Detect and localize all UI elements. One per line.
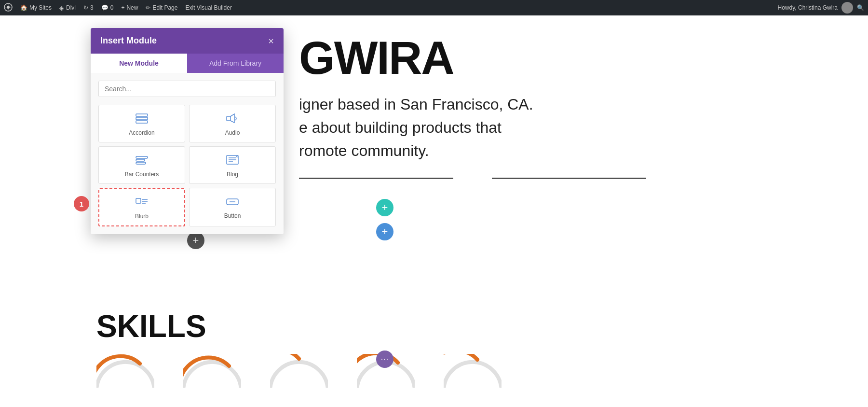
button-icon [226,196,239,209]
skill-chart-1 [96,354,154,388]
edit-icon: ✏ [146,4,150,11]
search-icon[interactable]: 🔍 [857,4,864,11]
hero-line1: igner based in San Francisco, CA. [299,96,533,113]
add-module-blue-button[interactable]: + [376,223,393,240]
skill-chart-2 [183,354,241,388]
my-sites-menu[interactable]: 🏠 My Sites [20,4,52,11]
plus-icon: + [382,225,388,238]
skills-title: SKILLS [96,309,772,344]
admin-bar-right: Howdy, Christina Gwira 🔍 [778,2,864,14]
new-label: New [126,4,138,11]
wordpress-icon [4,3,13,13]
module-item-blurb[interactable]: Blurb [98,188,185,226]
comments-icon: 💬 [101,4,108,11]
skill-chart-5 [444,354,502,388]
dialog-close-button[interactable]: × [268,36,274,46]
edit-page-label: Edit Page [152,4,177,11]
modules-grid: Accordion Audio [98,105,276,226]
divi-menu[interactable]: ◈ Divi [59,4,76,12]
updates-count: 3 [90,4,94,11]
divider-left [299,178,453,179]
svg-point-1 [7,6,10,9]
user-avatar[interactable] [841,2,853,14]
add-module-dark-button[interactable]: + [187,232,204,249]
svg-rect-7 [136,159,145,161]
hero-subtitle: igner based in San Francisco, CA. e abou… [299,93,772,162]
svg-rect-2 [136,114,148,116]
bar-counters-label: Bar Counters [125,171,159,178]
blog-label: Blog [227,171,238,178]
wordpress-logo[interactable] [4,3,13,13]
site-title: GWIRA [299,35,772,81]
updates-icon: ↻ [83,4,88,11]
dialog-title: Insert Module [100,36,157,46]
hero-line3: romote community. [299,142,429,159]
divi-icon: ◈ [59,4,64,12]
accordion-icon [135,113,149,126]
plus-icon: + [193,234,199,247]
dialog-header: Insert Module × [91,28,284,54]
exit-visual-builder-button[interactable]: Exit Visual Builder [185,4,232,11]
ellipsis-icon: ··· [381,355,389,364]
divider-right [492,178,646,179]
admin-bar: 🏠 My Sites ◈ Divi ↻ 3 💬 0 + New ✏ Edit P… [0,0,868,15]
add-module-teal-button[interactable]: + [376,199,393,216]
bar-counters-icon [135,154,149,167]
audio-icon [226,113,239,126]
svg-rect-8 [136,162,146,164]
svg-rect-4 [136,121,148,123]
my-sites-label: My Sites [29,4,52,11]
skills-section: SKILLS [0,289,868,407]
house-icon: 🏠 [20,4,27,11]
hero-line2: e about building products that [299,119,502,136]
comments-menu[interactable]: 💬 0 [101,4,114,11]
svg-rect-6 [136,156,148,158]
module-item-audio[interactable]: Audio [189,105,276,142]
new-menu[interactable]: + New [121,4,138,11]
insert-module-dialog: Insert Module × New Module Add From Libr… [91,28,284,234]
module-item-button[interactable]: Button [189,188,276,226]
new-plus-icon: + [121,4,124,11]
blog-icon [226,154,239,167]
updates-menu[interactable]: ↻ 3 [83,4,94,11]
accordion-label: Accordion [129,129,154,136]
blurb-label: Blurb [135,213,149,220]
module-item-accordion[interactable]: Accordion [98,105,185,142]
dialog-body: Accordion Audio [91,73,284,234]
tab-add-from-library[interactable]: Add From Library [187,54,284,73]
audio-label: Audio [225,129,240,136]
blurb-icon [135,196,149,209]
button-label: Button [224,212,241,219]
options-button[interactable]: ··· [376,351,393,368]
skill-chart-3 [270,354,328,388]
skills-charts [96,354,772,388]
edit-page-menu[interactable]: ✏ Edit Page [146,4,177,11]
greeting-text: Howdy, Christina Gwira [778,4,838,11]
dialog-tabs: New Module Add From Library [91,54,284,73]
svg-rect-16 [136,198,141,203]
module-item-blog[interactable]: Blog [189,146,276,184]
module-search-input[interactable] [98,81,276,97]
tab-new-module[interactable]: New Module [91,54,187,73]
svg-rect-5 [227,116,231,121]
step-badge: 1 [74,196,89,211]
exit-visual-builder-label: Exit Visual Builder [185,4,232,11]
divi-label: Divi [66,4,76,11]
svg-rect-3 [136,117,148,120]
hero-dividers [299,178,772,179]
comments-count: 0 [110,4,114,11]
module-item-bar-counters[interactable]: Bar Counters [98,146,185,184]
plus-icon: + [382,201,388,214]
